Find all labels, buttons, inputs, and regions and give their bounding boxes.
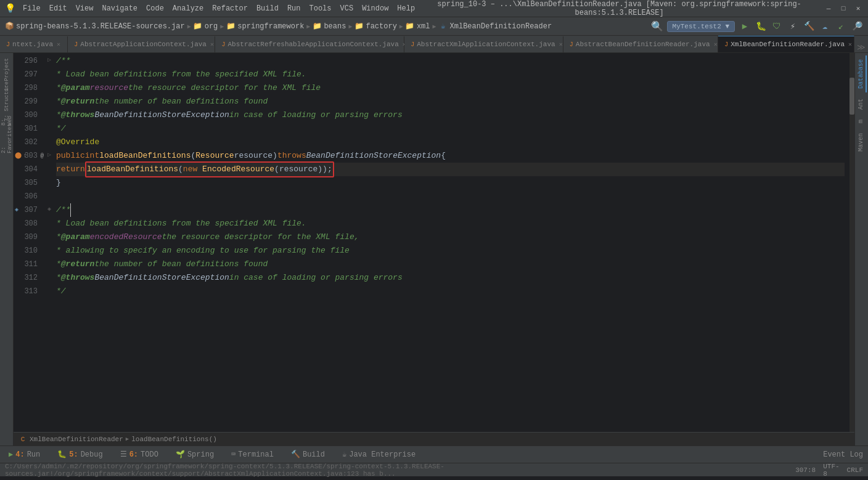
menu-edit[interactable]: Edit <box>49 4 67 13</box>
fold-307[interactable]: ◈ <box>47 202 51 216</box>
run-tool-num: 4: <box>15 450 24 459</box>
profile-button[interactable]: ⚡ <box>787 20 799 33</box>
code-309-pre: * <box>56 230 61 244</box>
tab-abstract-bean-def[interactable]: J AbstractBeanDefinitionReader.java ✕ <box>563 36 718 52</box>
tab-abstract-app[interactable]: J AbstractApplicationContext.java ✕ <box>68 36 215 52</box>
scrollbar-thumb[interactable] <box>850 78 854 115</box>
coverage-button[interactable]: 🛡 <box>771 20 783 33</box>
todo-tool-icon: ☰ <box>120 450 127 459</box>
minimize-button[interactable]: — <box>824 4 833 14</box>
vcs-update-icon[interactable]: ↙ <box>835 20 847 33</box>
beans-label: beans <box>324 22 346 31</box>
tab-ntext[interactable]: J ntext.java ✕ <box>0 36 68 52</box>
right-panel: Database Ant m Maven <box>854 53 868 445</box>
code-line-307: /** <box>56 203 845 217</box>
code-line-302: @Override <box>56 136 845 149</box>
menu-tools[interactable]: Tools <box>309 4 332 13</box>
tab-close-ntext[interactable]: ✕ <box>55 41 62 48</box>
tab-close-xbdr[interactable]: ✕ <box>847 41 853 48</box>
ln-298: 298 <box>14 81 43 95</box>
ln-297: 297 <box>14 68 43 81</box>
menu-window[interactable]: Window <box>362 4 388 13</box>
ln-296: 296 <box>14 54 43 68</box>
menu-code[interactable]: Code <box>146 4 164 13</box>
package-icon-3: 📁 <box>313 22 321 31</box>
tab-xml-bean-def[interactable]: J XmlBeanDefinitionReader.java ✕ <box>718 36 854 52</box>
debug-tool-label: Debug <box>81 450 103 459</box>
code-line-298: * @param resource the resource descripto… <box>56 81 845 95</box>
vertical-scrollbar[interactable] <box>850 53 854 432</box>
class-breadcrumb[interactable]: ☕ XmlBeanDefinitionReader <box>439 22 552 31</box>
rpanel-maven[interactable]: Maven <box>856 129 867 155</box>
jar-breadcrumb[interactable]: 📦 spring-beans-5.1.3.RELEASE-sources.jar <box>5 22 185 31</box>
menu-view[interactable]: View <box>76 4 94 13</box>
maximize-button[interactable]: □ <box>838 4 848 14</box>
debug-tool-btn[interactable]: 🐛 5: Debug <box>54 449 106 460</box>
code-298-tag: @param <box>61 81 90 95</box>
todo-tool-btn[interactable]: ☰ 6: TODO <box>117 449 162 460</box>
build-button[interactable]: 🔨 <box>803 20 815 33</box>
status-position[interactable]: 307:8 <box>795 466 816 474</box>
editor-bc-class-icon: C <box>18 435 27 444</box>
beans-breadcrumb[interactable]: 📁 beans <box>313 22 346 31</box>
more-tabs-icon[interactable]: ≫ <box>854 43 868 52</box>
status-left: C:/Users/admin/.m2/repository/org/spring… <box>5 463 788 478</box>
menu-analyze[interactable]: Analyze <box>173 4 203 13</box>
code-299-pre: * <box>56 95 61 108</box>
menu-refactor[interactable]: Refactor <box>212 4 248 13</box>
deploy-button[interactable]: ☁ <box>819 20 831 33</box>
rpanel-database[interactable]: Database <box>856 55 867 92</box>
status-line-ending[interactable]: CRLF <box>847 466 863 474</box>
bottom-right: Event Log <box>823 450 863 459</box>
run-tool-btn[interactable]: ▶ 4: Run <box>5 449 44 460</box>
close-button[interactable]: ✕ <box>853 4 863 14</box>
menu-run[interactable]: Run <box>287 4 301 13</box>
tab-abstract-refresh[interactable]: J AbstractRefreshableApplicationContext.… <box>215 36 404 52</box>
tab-abstract-xml[interactable]: J AbstractXmlApplicationContext.java ✕ <box>404 36 563 52</box>
xml-label: xml <box>417 22 430 31</box>
event-log-btn[interactable]: Event Log <box>823 450 863 459</box>
status-encoding[interactable]: UTF-8 <box>823 463 839 478</box>
jar-icon: 📦 <box>5 22 14 31</box>
code-298-param: resource <box>90 81 128 95</box>
code-304-new: new <box>183 165 197 174</box>
sidebar-structure-icon[interactable]: 7: Structure <box>1 96 12 107</box>
tab-close-abdr[interactable]: ✕ <box>713 41 719 48</box>
menu-build[interactable]: Build <box>256 4 279 13</box>
code-line-312: * @throws BeanDefinitionStoreException i… <box>56 271 845 285</box>
terminal-tool-btn[interactable]: ⌨ Terminal <box>227 449 277 460</box>
code-content[interactable]: /** * Load bean definitions from the spe… <box>51 53 850 432</box>
run-config-selector[interactable]: MyTest.test2 ▼ <box>667 21 735 32</box>
code-298-pre: * <box>56 81 61 95</box>
spring-tool-btn[interactable]: 🌱 Spring <box>172 449 218 460</box>
run-button[interactable]: ▶ <box>739 20 751 33</box>
je-tool-btn[interactable]: ☕ Java Enterprise <box>338 449 419 460</box>
factory-breadcrumb[interactable]: 📁 factory <box>354 22 396 31</box>
fold-303[interactable]: ▷ <box>47 148 51 161</box>
tab-close-aac[interactable]: ✕ <box>209 41 215 48</box>
sidebar-favorites-icon[interactable]: 2: Favorites <box>1 133 12 144</box>
search-icon[interactable]: 🔎 <box>851 20 863 33</box>
ln-310: 310 <box>14 244 43 258</box>
debug-tool-icon: 🐛 <box>57 450 67 459</box>
menu-file[interactable]: File <box>23 4 41 13</box>
menu-vcs[interactable]: VCS <box>340 4 354 13</box>
window-controls: — □ ✕ <box>824 4 863 14</box>
code-304-return: return <box>56 163 85 176</box>
debug-button[interactable]: 🐛 <box>755 20 767 33</box>
rpanel-ant[interactable]: Ant <box>856 95 867 113</box>
springframework-breadcrumb[interactable]: 📁 springframework <box>226 22 304 31</box>
search-everywhere-icon[interactable]: 🔍 <box>651 20 663 33</box>
springframework-label: springframework <box>237 22 304 31</box>
menu-navigate[interactable]: Navigate <box>102 4 137 13</box>
org-breadcrumb[interactable]: 📁 org <box>194 22 218 31</box>
fold-296[interactable]: ▷ <box>47 53 51 67</box>
code-312-tag: @throws <box>61 271 95 285</box>
xml-breadcrumb[interactable]: 📁 xml <box>406 22 430 31</box>
menu-help[interactable]: Help <box>397 4 415 13</box>
java-icon-abdr: J <box>570 41 573 48</box>
build-tool-btn[interactable]: 🔨 Build <box>287 449 329 460</box>
code-303-exception: BeanDefinitionStoreException <box>306 149 441 163</box>
rpanel-m[interactable]: m <box>856 116 867 127</box>
tab-label-axac: AbstractXmlApplicationContext.java <box>417 41 555 48</box>
